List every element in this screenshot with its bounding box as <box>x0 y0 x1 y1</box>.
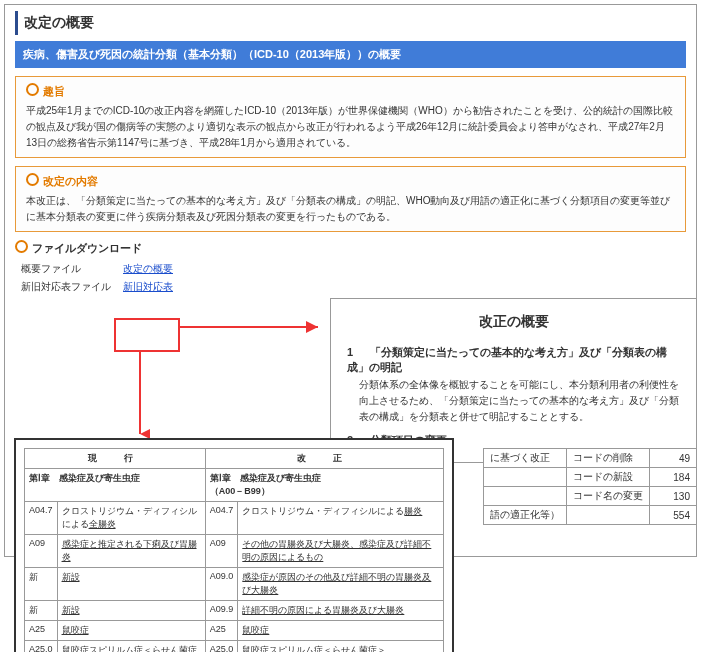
desc-cell: クロストリジウム・ディフィシルによる全腸炎 <box>57 502 205 535</box>
download-link-overview[interactable]: 改定の概要 <box>123 263 173 274</box>
section-row: 第Ⅰ章 感染症及び寄生虫症 （A00－B99） <box>205 469 443 502</box>
table-cell <box>484 468 567 487</box>
table-row: A25鼠咬症A25鼠咬症 <box>25 621 444 641</box>
download-label: 概要ファイル <box>15 260 117 278</box>
downloads-heading: ファイルダウンロード <box>15 240 686 256</box>
code-cell: A25 <box>205 621 238 641</box>
section-body: 分類体系の全体像を概観することを可能にし、本分類利用者の利便性を向上させるため、… <box>359 377 680 425</box>
table-cell <box>567 506 650 525</box>
table-row: に基づく改正コードの削除49 <box>484 449 697 468</box>
desc-cell: 新設 <box>57 601 205 621</box>
desc-cell: 鼠咬症スピリルム症＜らせん菌症＞ <box>238 641 444 653</box>
code-cell: 新 <box>25 568 58 601</box>
table-row: コード名の変更130 <box>484 487 697 506</box>
table-cell: 184 <box>650 468 697 487</box>
code-cell: A09 <box>25 535 58 568</box>
desc-cell: 鼠咬症 <box>57 621 205 641</box>
section-heading: 「分類策定に当たっての基本的な考え方」及び「分類表の構成」の明記 <box>347 346 667 373</box>
code-summary-table: に基づく改正コードの削除49コードの新設184コード名の変更130語の適正化等）… <box>483 448 697 525</box>
table-row: A04.7クロストリジウム・ディフィシルによる全腸炎A04.7クロストリジウム・… <box>25 502 444 535</box>
download-row: 概要ファイル 改定の概要 <box>15 260 179 278</box>
doc-title: 改正の概要 <box>347 313 680 331</box>
desc-cell: 感染症と推定される下痢及び胃腸炎 <box>57 535 205 568</box>
table-row: 語の適正化等）554 <box>484 506 697 525</box>
desc-cell: 詳細不明の原因による胃腸炎及び大腸炎 <box>238 601 444 621</box>
download-row: 新旧対応表ファイル 新旧対応表 <box>15 278 179 296</box>
section-row: 第Ⅰ章 感染症及び寄生虫症 <box>25 469 206 502</box>
table-cell: 49 <box>650 449 697 468</box>
linked-document-mapping: 現 行 改 正 第Ⅰ章 感染症及び寄生虫症 第Ⅰ章 感染症及び寄生虫症 （A00… <box>14 438 454 652</box>
desc-cell: 鼠咬症 <box>238 621 444 641</box>
panel-heading: 改定の内容 <box>26 173 675 189</box>
code-cell: A09 <box>205 535 238 568</box>
blue-subtitle-bar: 疾病、傷害及び死因の統計分類（基本分類）（ICD-10（2013年版））の概要 <box>15 41 686 68</box>
column-header-current: 現 行 <box>25 449 206 469</box>
table-cell: に基づく改正 <box>484 449 567 468</box>
desc-cell: 鼠咬症スピリルム症＜らせん菌症＞ <box>57 641 205 653</box>
desc-cell: 感染症が原因のその他及び詳細不明の胃腸炎及び大腸炎 <box>238 568 444 601</box>
table-cell: 語の適正化等） <box>484 506 567 525</box>
panel-body: 本改正は、「分類策定に当たっての基本的な考え方」及び「分類表の構成」の明記、WH… <box>26 193 675 225</box>
code-cell: A09.9 <box>205 601 238 621</box>
table-row: 新新設A09.9詳細不明の原因による胃腸炎及び大腸炎 <box>25 601 444 621</box>
download-link-mapping[interactable]: 新旧対応表 <box>123 281 173 292</box>
code-cell: A25.0 <box>25 641 58 653</box>
table-cell: コードの新設 <box>567 468 650 487</box>
table-cell: 554 <box>650 506 697 525</box>
page-title: 改定の概要 <box>15 11 686 35</box>
comparison-table: 現 行 改 正 第Ⅰ章 感染症及び寄生虫症 第Ⅰ章 感染症及び寄生虫症 （A00… <box>24 448 444 652</box>
code-cell: A09.0 <box>205 568 238 601</box>
code-cell: A04.7 <box>25 502 58 535</box>
code-cell: A04.7 <box>205 502 238 535</box>
table-row: コードの新設184 <box>484 468 697 487</box>
panel-heading: 趣旨 <box>26 83 675 99</box>
panel-purpose: 趣旨 平成25年1月までのICD-10の改正内容を網羅したICD-10（2013… <box>15 76 686 158</box>
code-cell: 新 <box>25 601 58 621</box>
table-cell: コード名の変更 <box>567 487 650 506</box>
code-cell: A25 <box>25 621 58 641</box>
download-label: 新旧対応表ファイル <box>15 278 117 296</box>
table-cell <box>484 487 567 506</box>
desc-cell: クロストリジウム・ディフィシルによる腸炎 <box>238 502 444 535</box>
panel-content: 改定の内容 本改正は、「分類策定に当たっての基本的な考え方」及び「分類表の構成」… <box>15 166 686 232</box>
downloads-table: 概要ファイル 改定の概要 新旧対応表ファイル 新旧対応表 <box>15 260 179 296</box>
table-row: A09感染症と推定される下痢及び胃腸炎A09その他の胃腸炎及び大腸炎、感染症及び… <box>25 535 444 568</box>
desc-cell: 新設 <box>57 568 205 601</box>
table-cell: コードの削除 <box>567 449 650 468</box>
panel-body: 平成25年1月までのICD-10の改正内容を網羅したICD-10（2013年版）… <box>26 103 675 151</box>
table-row: A25.0鼠咬症スピリルム症＜らせん菌症＞A25.0鼠咬症スピリルム症＜らせん菌… <box>25 641 444 653</box>
table-row: 新新設A09.0感染症が原因のその他及び詳細不明の胃腸炎及び大腸炎 <box>25 568 444 601</box>
section-number: 1 <box>347 346 353 358</box>
column-header-revised: 改 正 <box>205 449 443 469</box>
table-cell: 130 <box>650 487 697 506</box>
code-cell: A25.0 <box>205 641 238 653</box>
desc-cell: その他の胃腸炎及び大腸炎、感染症及び詳細不明の原因によるもの <box>238 535 444 568</box>
